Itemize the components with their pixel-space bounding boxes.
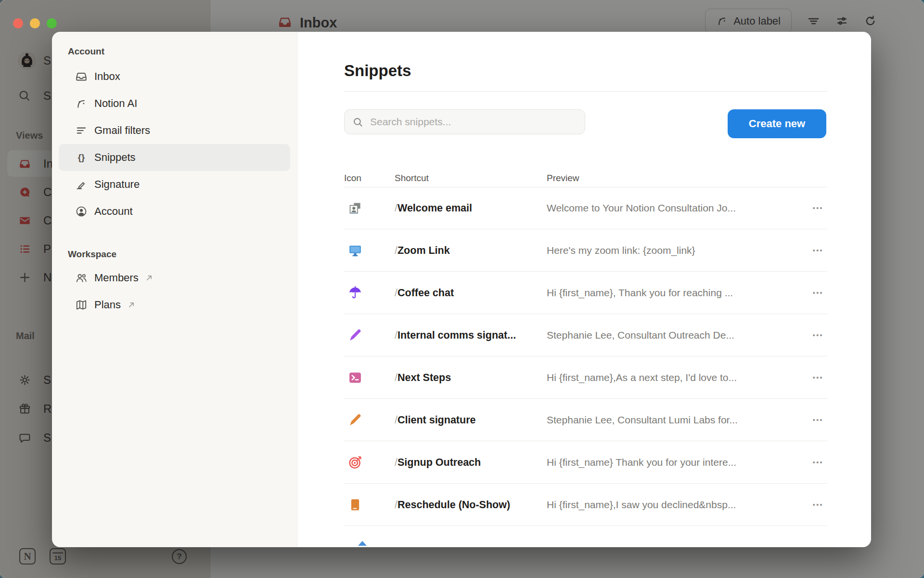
snippet-more-button[interactable]: ••• [811,457,825,468]
settings-nav-item[interactable]: Gmail filters [59,117,290,144]
snippet-search[interactable] [344,109,585,134]
settings-nav-item[interactable]: Inbox [59,63,290,90]
partial-next-row-icon [358,541,367,546]
settings-nav-item[interactable]: Plans [59,291,290,318]
shortcut-name: Reschedule (No-Show) [398,499,510,510]
snippet-preview: Hi {first_name},I saw you declined&nbsp.… [547,499,736,511]
shortcut-name: Next Steps [398,371,451,383]
snippet-shortcut: /Internal comms signat... [395,329,516,341]
nav-item-icon [75,151,88,164]
settings-nav-item[interactable]: Members [59,264,290,291]
snippet-shortcut: /Reschedule (No-Show) [395,499,510,511]
nav-item-icon [75,272,88,284]
snippet-icon [348,455,362,470]
nav-item-label: Snippets [94,151,136,164]
snippet-more-button[interactable]: ••• [811,372,825,383]
search-icon [352,117,363,128]
nav-item-icon [75,124,88,137]
snippet-more-button[interactable]: ••• [811,202,825,214]
snippet-row[interactable]: /Zoom Link Here's my zoom link: {zoom_li… [344,229,827,272]
snippet-icon [348,201,362,215]
app-window: S S Views In C C P [0,0,924,578]
settings-nav-item[interactable]: Account [59,198,290,225]
nav-item-icon [75,205,88,218]
snippet-shortcut: /Welcome email [395,202,472,214]
snippet-icon [348,498,362,512]
snippet-row[interactable]: /Reschedule (No-Show) Hi {first_name},I … [344,484,827,526]
workspace-nav-list: Members Plans [59,264,290,318]
create-new-button[interactable]: Create new [728,109,826,138]
snippet-shortcut: /Next Steps [395,371,451,383]
snippet-row[interactable]: /Next Steps Hi {first_name},As a next st… [344,356,827,399]
snippet-row[interactable]: /Signup Outreach Hi {first_name} Thank y… [344,441,827,484]
shortcut-name: Welcome email [398,202,472,213]
snippet-more-button[interactable]: ••• [811,414,825,426]
workspace-section-heading: Workspace [68,249,290,260]
nav-item-label: Notion AI [94,97,137,110]
shortcut-name: Coffee chat [398,287,454,298]
snippet-row[interactable]: /Coffee chat Hi {first_name}, Thank you … [344,272,827,314]
snippet-preview: Hi {first_name},As a next step, I'd love… [547,372,737,383]
nav-item-label: Signature [94,178,140,191]
nav-item-label: Members [94,272,139,284]
snippet-preview: Hi {first_name} Thank you for your inter… [547,457,736,468]
nav-item-label: Plans [94,299,121,311]
settings-nav-item[interactable]: Snippets [59,144,290,171]
snippet-shortcut: /Zoom Link [395,244,450,256]
column-header-shortcut: Shortcut [395,173,429,184]
snippet-more-button[interactable]: ••• [811,245,825,256]
shortcut-name: Client signature [398,414,475,425]
snippet-more-button[interactable]: ••• [811,499,825,511]
account-nav-list: Inbox Notion AI Gmail filters [59,63,290,225]
settings-sidebar: Account Inbox Notion AI Gmai [52,32,297,547]
snippet-more-button[interactable]: ••• [811,287,825,299]
snippet-icon [348,328,362,342]
snippet-preview: Stephanie Lee, Consultant Outreach De... [547,329,734,341]
shortcut-name: Zoom Link [398,244,450,256]
snippet-row[interactable]: /Welcome email Welcome to Your Notion Co… [344,187,827,229]
nav-item-icon [75,299,88,311]
settings-nav-item[interactable]: Notion AI [59,90,290,117]
snippet-shortcut: /Signup Outreach [395,456,481,468]
snippet-row[interactable]: /Internal comms signat... Stephanie Lee,… [344,314,827,356]
nav-item-label: Gmail filters [94,124,150,137]
external-link-icon [127,300,136,310]
nav-item-label: Inbox [94,70,120,83]
snippets-panel: Snippets Create new Icon Shortcut Previe… [297,32,871,547]
nav-item-label: Account [94,205,133,218]
snippet-more-button[interactable]: ••• [811,329,825,341]
snippet-icon [348,286,362,300]
snippet-preview: Hi {first_name}, Thank you for reaching … [547,287,733,299]
window-controls [13,18,57,28]
title-divider [344,91,827,92]
snippet-preview: Welcome to Your Notion Consultation Jo..… [547,202,736,214]
nav-item-icon [75,97,88,110]
snippets-title: Snippets [344,62,411,80]
snippet-row[interactable]: /Client signature Stephanie Lee, Consult… [344,399,827,441]
zoom-button[interactable] [47,18,57,28]
external-link-icon [144,273,154,283]
nav-item-icon [75,70,88,83]
snippet-icon [348,413,362,427]
settings-modal: Account Inbox Notion AI Gmai [52,32,871,547]
column-header-icon: Icon [344,173,361,184]
shortcut-name: Signup Outreach [398,456,481,468]
shortcut-name: Internal comms signat... [398,329,516,341]
snippet-preview: Here's my zoom link: {zoom_link} [547,245,695,256]
column-header-preview: Preview [547,173,579,184]
nav-item-icon [75,178,88,191]
account-section-heading: Account [68,46,290,57]
snippet-icon [348,370,362,385]
snippet-search-input[interactable] [369,116,577,128]
snippet-shortcut: /Client signature [395,414,475,426]
snippet-preview: Stephanie Lee, Consultant Lumi Labs for.… [547,414,738,426]
minimize-button[interactable] [30,18,40,28]
snippet-icon [348,243,362,258]
settings-nav-item[interactable]: Signature [59,171,290,198]
close-button[interactable] [13,18,23,28]
desktop: S S Views In C C P [0,0,924,578]
snippets-table: /Welcome email Welcome to Your Notion Co… [344,187,827,526]
snippet-shortcut: /Coffee chat [395,287,454,299]
